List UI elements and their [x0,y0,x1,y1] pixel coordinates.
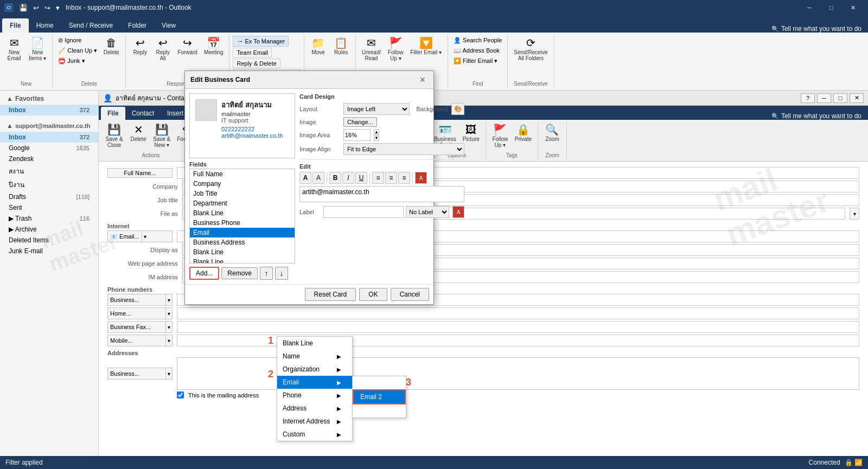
font-color-btn[interactable]: A [415,172,427,184]
ebc-down-btn[interactable]: ↓ [275,267,288,280]
ebc-fields-list[interactable]: Full Name Company Job Title Department B… [189,169,295,264]
email-dropdown-label[interactable]: 📧 Email... [108,232,142,241]
ebc-remove-btn[interactable]: Remove [221,267,258,279]
cancel-btn[interactable]: Cancel [391,288,429,301]
bold-btn[interactable]: B [329,172,341,184]
reply-btn[interactable]: ↩ Reply [129,36,151,57]
ok-btn[interactable]: OK [359,288,387,301]
archive-item[interactable]: ▶ Archive [0,224,98,235]
business-phone-label[interactable]: Business... [108,295,165,304]
align-left-btn[interactable]: ≡ [372,172,384,184]
move-btn[interactable]: 📁 Move [308,36,329,57]
cleanup-btn[interactable]: 🧹 Clean Up ▾ [56,46,99,55]
mobile-dropdown[interactable]: ▾ [165,335,172,346]
close-btn[interactable]: ✕ [842,0,864,15]
collapse-icon[interactable]: ▲ [7,95,13,102]
menu-organization[interactable]: Organization ▶ [277,363,352,376]
save-new-btn[interactable]: 💾 Save &New ▾ [150,123,173,150]
new-email-btn[interactable]: ✉ NewEmail [3,36,25,63]
menu-address[interactable]: Address ▶ [277,402,352,415]
image-change-btn[interactable]: Change... [343,117,377,127]
email2-item[interactable]: Email 2 [353,389,406,404]
deleted-item[interactable]: Deleted Items [0,235,98,246]
trash-item[interactable]: ▶ Trash 116 [0,213,98,224]
filter-email-btn[interactable]: 🔽 Filter Email ▾ [407,36,444,57]
align-right-btn[interactable]: ≡ [398,172,410,184]
field-business-phone[interactable]: Business Phone [190,218,295,228]
business-fax-input[interactable] [177,321,859,333]
reply-delete-btn[interactable]: Reply & Delete [233,59,280,68]
ebc-up-btn[interactable]: ↑ [260,267,273,280]
tab-home[interactable]: Home [29,18,61,33]
spam-item[interactable]: สงาน [0,164,98,178]
image-area-up[interactable]: ▲ [374,129,379,135]
sw-collapse-btn[interactable]: ─ [817,93,831,103]
menu-email[interactable]: Email ▶ Email Email 2 Email 3 [277,376,352,389]
align-center-btn[interactable]: ≡ [385,172,397,184]
tab-file[interactable]: File [2,18,29,33]
field-department[interactable]: Department [190,198,295,208]
business-fax-label[interactable]: Business Fax... [108,323,165,331]
menu-name[interactable]: Name ▶ [277,350,352,363]
layout-select[interactable]: Image Left [343,103,410,115]
contact-tab-file[interactable]: File [101,107,125,120]
tab-send-receive[interactable]: Send / Receive [61,18,120,33]
junk-item[interactable]: Junk E-mail [0,246,98,256]
rules-btn[interactable]: 📋 Rules [330,36,352,57]
full-name-btn[interactable]: Full Name... [107,168,173,178]
business-fax-dropdown[interactable]: ▾ [165,322,172,332]
home-phone-input[interactable] [177,307,859,319]
search-bar[interactable]: 🔍 Tell me what you want to do [767,25,866,33]
filter-email2-btn[interactable]: 🔽 Filter Email ▾ [451,56,504,66]
follow-up-btn[interactable]: 🚩 FollowUp ▾ [385,36,406,63]
menu-internet-address[interactable]: Internet Address ▶ [277,415,352,428]
sw-expand-btn[interactable]: □ [833,93,847,103]
tab-folder[interactable]: Folder [120,18,154,33]
home-phone-label[interactable]: Home... [108,309,165,318]
new-items-btn[interactable]: 📄 NewItems ▾ [26,36,49,63]
favorites-inbox[interactable]: Inbox 372 [0,105,98,115]
label-input[interactable] [323,206,404,218]
field-full-name[interactable]: Full Name [190,169,295,179]
team-email-btn[interactable]: Team Email [233,48,271,57]
forward-btn[interactable]: ↪ Forward [175,36,200,57]
account-collapse-icon[interactable]: ▲ [7,122,13,130]
reset-card-btn[interactable]: Reset Card [305,288,356,301]
sw-close-btn[interactable]: ✕ [850,93,864,103]
ebc-close-btn[interactable]: ✕ [417,74,428,85]
pii-item[interactable]: ปีงาน [0,178,98,191]
email1-item[interactable]: Email [353,376,406,389]
maximize-btn[interactable]: □ [820,0,842,15]
contact-tab-contact[interactable]: Contact [125,107,161,120]
image-area-input[interactable] [343,129,371,141]
menu-custom[interactable]: Custom ▶ [277,428,352,441]
field-company[interactable]: Company [190,179,295,189]
email-dropdown-btn[interactable]: ▾ [142,231,148,242]
minimize-btn[interactable]: ─ [799,0,820,15]
meeting-btn[interactable]: 📅 Meeting [201,36,226,57]
mobile-label[interactable]: Mobile... [108,336,165,345]
field-job-title[interactable]: Job Title [190,189,295,198]
field-business-addr[interactable]: Business Address [190,237,295,247]
qa-redo[interactable]: ↪ [43,4,52,12]
follow-up-contact-btn[interactable]: 🚩 FollowUp ▾ [489,123,511,150]
zoom-btn[interactable]: 🔍 Zoom [541,123,563,144]
drafts-item[interactable]: Drafts [118] [0,191,98,202]
business-addr-label[interactable]: Business... [108,369,165,378]
private-btn[interactable]: 🔒 Private [512,123,534,150]
sent-item[interactable]: Sent [0,202,98,213]
label-color-btn[interactable]: A [452,206,464,218]
contact-search[interactable]: 🔍 Tell me what you want to do [767,112,866,120]
field-blank3[interactable]: Blank Line [190,257,295,264]
save-close-btn[interactable]: 💾 Save &Close [102,123,126,150]
address-book-btn[interactable]: 📖 Address Book [451,46,504,55]
reply-all-btn[interactable]: ↩ ReplyAll [152,36,174,63]
email3-item[interactable]: Email 3 [353,404,406,417]
sw-help-btn[interactable]: ? [801,93,815,103]
tab-view[interactable]: View [154,18,183,33]
search-people-btn[interactable]: 👤 Search People [451,36,504,45]
business-phone-dropdown[interactable]: ▾ [165,294,172,305]
inbox-item[interactable]: Inbox 372 [0,132,98,143]
contact-delete-btn[interactable]: ✕ Delete [127,123,149,150]
italic-btn[interactable]: I [342,172,354,184]
